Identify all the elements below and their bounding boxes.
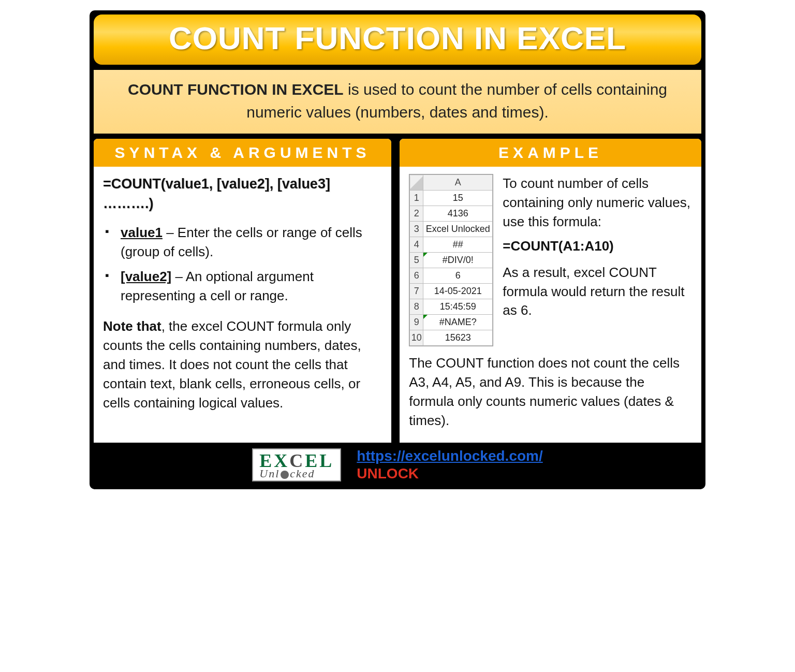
title-bar: COUNT FUNCTION IN EXCEL: [94, 14, 701, 65]
example-result: As a result, excel COUNT formula would r…: [503, 263, 692, 320]
row-number: 1: [410, 191, 423, 206]
example-formula: =COUNT(A1:A10): [503, 237, 692, 256]
cell: 4136: [423, 206, 493, 222]
syntax-formula: =COUNT(value1, [value2], [value3] ……….): [103, 174, 382, 214]
row-number: 4: [410, 237, 423, 253]
row-number: 8: [410, 299, 423, 315]
cell-error: #NAME?: [423, 315, 493, 330]
description-bold: COUNT FUNCTION IN EXCEL: [128, 81, 344, 98]
row-number: 7: [410, 284, 423, 299]
note-bold: Note that: [103, 318, 161, 334]
syntax-note: Note that, the excel COUNT formula only …: [103, 317, 382, 413]
footer: EXCEL Unlcked https://excelunlocked.com/…: [94, 443, 701, 489]
footer-text: https://excelunlocked.com/ UNLOCK: [357, 448, 542, 482]
logo-text: cked: [290, 467, 315, 480]
row-number: 5: [410, 253, 423, 268]
cell: 15623: [423, 330, 493, 346]
cell: 14-05-2021: [423, 284, 493, 299]
row-number: 2: [410, 206, 423, 222]
example-heading: EXAMPLE: [400, 139, 701, 167]
example-panel: EXAMPLE A 115 24136 3Excel Unlocked 4##: [400, 139, 701, 443]
page-title: COUNT FUNCTION IN EXCEL: [94, 20, 701, 56]
row-number: 6: [410, 268, 423, 284]
logo: EXCEL Unlcked: [252, 448, 341, 481]
argument-name: value1: [121, 225, 163, 240]
syntax-body: =COUNT(value1, [value2], [value3] ……….) …: [94, 167, 391, 443]
mini-spreadsheet: A 115 24136 3Excel Unlocked 4## 5#DIV/0!…: [409, 174, 493, 346]
footer-tagline: UNLOCK: [357, 465, 542, 482]
example-text: To count number of cells containing only…: [503, 174, 692, 346]
syntax-panel: SYNTAX & ARGUMENTS =COUNT(value1, [value…: [94, 139, 391, 443]
syntax-heading: SYNTAX & ARGUMENTS: [94, 139, 391, 167]
argument-item: [value2] – An optional argument represen…: [103, 267, 382, 305]
example-split: A 115 24136 3Excel Unlocked 4## 5#DIV/0!…: [409, 174, 692, 346]
row-number: 9: [410, 315, 423, 330]
cell-error: #DIV/0!: [423, 253, 493, 268]
sheet-corner: [410, 175, 423, 191]
row-number: 3: [410, 222, 423, 237]
argument-list: value1 – Enter the cells or range of cel…: [103, 223, 382, 306]
columns: SYNTAX & ARGUMENTS =COUNT(value1, [value…: [94, 139, 701, 443]
argument-name: [value2]: [121, 269, 171, 284]
example-intro: To count number of cells containing only…: [503, 174, 692, 231]
argument-item: value1 – Enter the cells or range of cel…: [103, 223, 382, 261]
cell: ##: [423, 237, 493, 253]
footer-link[interactable]: https://excelunlocked.com/: [357, 448, 542, 464]
row-number: 10: [410, 330, 423, 346]
infographic-card: COUNT FUNCTION IN EXCEL COUNT FUNCTION I…: [90, 10, 705, 489]
description-bar: COUNT FUNCTION IN EXCEL is used to count…: [94, 70, 701, 134]
example-body: A 115 24136 3Excel Unlocked 4## 5#DIV/0!…: [400, 167, 701, 443]
column-header-a: A: [423, 175, 493, 191]
keyhole-icon: [281, 471, 289, 479]
example-explain: The COUNT function does not count the ce…: [409, 354, 692, 430]
logo-text: Unl: [259, 467, 279, 480]
cell: 15: [423, 191, 493, 206]
cell: 6: [423, 268, 493, 284]
cell: 15:45:59: [423, 299, 493, 315]
cell: Excel Unlocked: [423, 222, 493, 237]
